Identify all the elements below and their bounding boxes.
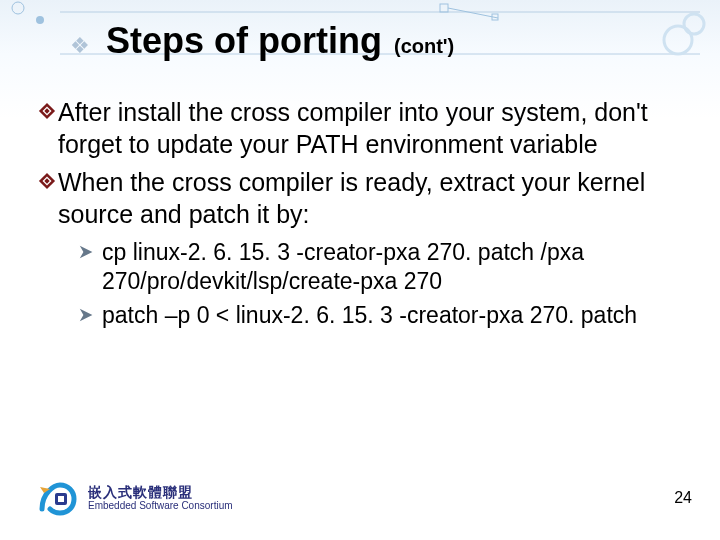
org-name-cn: 嵌入式軟體聯盟: [88, 485, 233, 500]
diamond-bullet-icon: [38, 172, 56, 190]
svg-rect-4: [440, 4, 448, 12]
sub-bullet-text: patch –p 0 < linux-2. 6. 15. 3 -creator-…: [102, 301, 680, 330]
arrow-bullet-icon: [78, 243, 96, 261]
sub-bullet-text: cp linux-2. 6. 15. 3 -creator-pxa 270. p…: [102, 238, 680, 297]
svg-marker-15: [80, 246, 93, 259]
svg-point-3: [36, 16, 44, 24]
slide-title: Steps of porting: [106, 20, 382, 62]
svg-rect-18: [58, 496, 64, 502]
sub-bullet-list: cp linux-2. 6. 15. 3 -creator-pxa 270. p…: [78, 238, 680, 330]
logo-text: 嵌入式軟體聯盟 Embedded Software Consortium: [88, 485, 233, 511]
logo: 嵌入式軟體聯盟 Embedded Software Consortium: [38, 479, 233, 517]
logo-icon: [38, 479, 78, 517]
body-content: After install the cross compiler into yo…: [38, 96, 680, 334]
diamond-bullet-icon: [38, 102, 56, 120]
slide: ❖ Steps of porting (cont') After install…: [0, 0, 720, 540]
bullet-level2: cp linux-2. 6. 15. 3 -creator-pxa 270. p…: [78, 238, 680, 297]
arrow-bullet-icon: [78, 306, 96, 324]
page-number: 24: [674, 489, 692, 507]
bullet-text: After install the cross compiler into yo…: [58, 96, 680, 160]
svg-marker-16: [80, 309, 93, 322]
svg-line-6: [448, 8, 498, 18]
footer: 嵌入式軟體聯盟 Embedded Software Consortium 24: [38, 476, 692, 520]
bullet-level1: After install the cross compiler into yo…: [38, 96, 680, 160]
org-name-en: Embedded Software Consortium: [88, 500, 233, 511]
bullet-level1: When the cross compiler is ready, extrac…: [38, 166, 680, 230]
slide-title-suffix: (cont'): [394, 35, 454, 58]
bullet-level2: patch –p 0 < linux-2. 6. 15. 3 -creator-…: [78, 301, 680, 330]
svg-point-2: [12, 2, 24, 14]
title-bullet-icon: ❖: [70, 35, 90, 57]
svg-point-8: [684, 14, 704, 34]
title-row: ❖ Steps of porting (cont'): [70, 20, 680, 62]
bullet-text: When the cross compiler is ready, extrac…: [58, 166, 680, 230]
